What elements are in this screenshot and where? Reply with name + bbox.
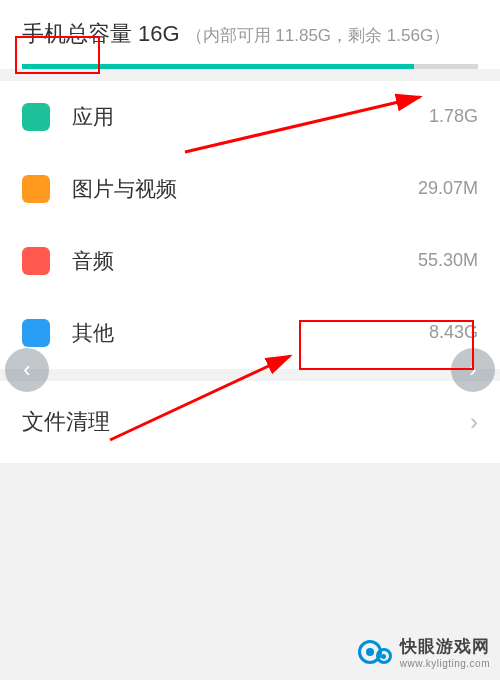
- category-swatch-media: [22, 175, 50, 203]
- chevron-left-icon: ‹: [23, 357, 30, 383]
- watermark-name: 快眼游戏网: [400, 635, 490, 658]
- watermark-logo-icon: [358, 634, 394, 670]
- cleanup-section: 文件清理 ›: [0, 381, 500, 463]
- storage-categories: 应用 1.78G 图片与视频 29.07M 音频 55.30M 其他 8.43G: [0, 81, 500, 369]
- storage-title-prefix: 手机总容量: [22, 18, 132, 50]
- category-label-media: 图片与视频: [72, 175, 418, 203]
- category-swatch-audio: [22, 247, 50, 275]
- storage-capacity: 16G: [138, 18, 180, 50]
- file-cleanup-label: 文件清理: [22, 407, 470, 437]
- category-value-other: 8.43G: [429, 322, 478, 343]
- carousel-next-button[interactable]: ›: [451, 348, 495, 392]
- category-label-apps: 应用: [72, 103, 429, 131]
- chevron-right-icon: ›: [469, 357, 476, 383]
- category-label-other: 其他: [72, 319, 429, 347]
- storage-header: 手机总容量 16G （内部可用 11.85G，剩余 1.56G）: [0, 0, 500, 69]
- storage-title: 手机总容量 16G （内部可用 11.85G，剩余 1.56G）: [22, 18, 478, 50]
- category-row-other[interactable]: 其他 8.43G: [0, 297, 500, 369]
- watermark: 快眼游戏网 www.kyligting.com: [358, 634, 490, 670]
- category-value-media: 29.07M: [418, 178, 478, 199]
- category-row-apps[interactable]: 应用 1.78G: [0, 81, 500, 153]
- storage-progress-bar: [22, 64, 478, 69]
- storage-detail: （内部可用 11.85G，剩余 1.56G）: [186, 24, 451, 49]
- category-label-audio: 音频: [72, 247, 418, 275]
- storage-progress-fill: [22, 64, 414, 69]
- category-swatch-apps: [22, 103, 50, 131]
- category-value-audio: 55.30M: [418, 250, 478, 271]
- carousel-prev-button[interactable]: ‹: [5, 348, 49, 392]
- chevron-right-icon: ›: [470, 408, 478, 436]
- file-cleanup-button[interactable]: 文件清理 ›: [0, 381, 500, 463]
- category-value-apps: 1.78G: [429, 106, 478, 127]
- category-row-media[interactable]: 图片与视频 29.07M: [0, 153, 500, 225]
- watermark-url: www.kyligting.com: [400, 658, 490, 669]
- category-swatch-other: [22, 319, 50, 347]
- category-row-audio[interactable]: 音频 55.30M: [0, 225, 500, 297]
